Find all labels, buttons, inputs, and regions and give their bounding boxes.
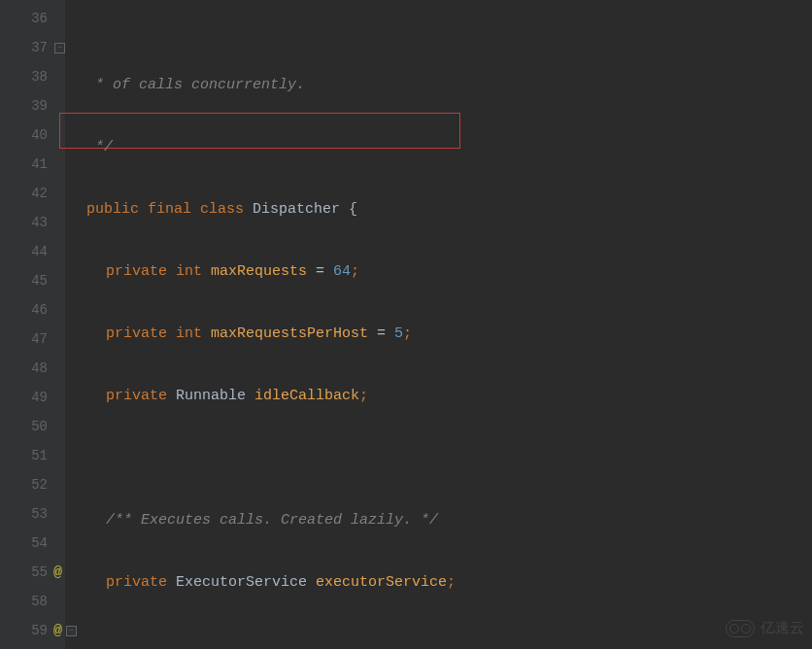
code-line: private Runnable idleCallback; (86, 381, 812, 410)
line-number: 39 (31, 98, 65, 114)
line-number: 42 (31, 186, 65, 201)
code-line: */ (86, 132, 812, 161)
watermark: 亿速云 (726, 619, 804, 637)
gutter: 36 37− 38 39 40 41 42 43 44 45 46 47 48 … (0, 0, 65, 649)
code-line: /** Executes calls. Created lazily. */ (86, 505, 812, 534)
code-line: private int maxRequests = 64; (86, 256, 812, 286)
watermark-text: 亿速云 (761, 619, 804, 637)
line-number: 41 (31, 156, 65, 172)
code-line: private int maxRequestsPerHost = 5; (86, 319, 812, 348)
code-line: public final class Dispatcher { (86, 194, 812, 223)
line-number: 47 (31, 331, 65, 347)
code-editor[interactable]: 36 37− 38 39 40 41 42 43 44 45 46 47 48 … (0, 0, 812, 649)
line-number: 38 (31, 69, 65, 85)
line-number: 43 (31, 215, 65, 230)
line-number: 52 (31, 477, 65, 493)
line-number: 45 (31, 273, 65, 289)
line-number: 44 (31, 244, 65, 259)
code-line (86, 443, 812, 472)
line-number: 54 (31, 535, 65, 551)
line-number: 49 (31, 390, 65, 405)
line-number: 58 (31, 594, 65, 609)
line-number: 36 (31, 11, 65, 26)
code-content[interactable]: * of calls concurrently. */ public final… (65, 0, 812, 649)
override-gutter-icon[interactable]: @ (53, 564, 62, 581)
line-number: 51 (31, 448, 65, 463)
code-line: private ExecutorService executorService; (86, 567, 812, 597)
code-line: * of calls concurrently. (86, 70, 812, 99)
fold-close-icon[interactable]: − (54, 43, 65, 53)
line-number: 50 (31, 419, 65, 434)
watermark-icon (726, 620, 755, 637)
line-number: 53 (31, 506, 65, 522)
code-line (86, 630, 812, 649)
line-number: 46 (31, 302, 65, 318)
line-number: 48 (31, 360, 65, 376)
override-gutter-icon[interactable]: @ (53, 623, 62, 639)
